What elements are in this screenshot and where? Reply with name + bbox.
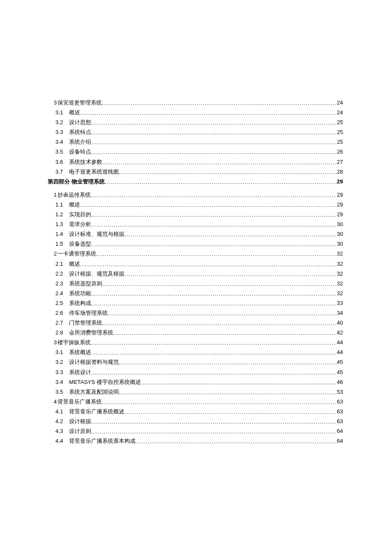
toc-leader: [91, 150, 336, 155]
toc-title: 设计根据、规范及根据: [63, 271, 124, 276]
toc-number: 2.5: [55, 300, 63, 306]
toc-leader: [102, 160, 336, 165]
toc-number: 4.4: [55, 438, 63, 444]
toc-leader: [113, 331, 336, 336]
toc-title: 系统构成: [63, 300, 91, 306]
toc-title: 背景音乐广播系统基本构成: [63, 438, 135, 444]
toc-leader: [91, 419, 336, 424]
toc-leader: [102, 101, 336, 106]
toc-page: 63: [336, 409, 343, 414]
toc-title: 需求分析: [63, 221, 91, 227]
toc-leader: [135, 439, 336, 444]
toc-page: 42: [336, 330, 343, 335]
toc-number: 4: [54, 399, 57, 404]
toc-page: 32: [336, 271, 343, 276]
toc-title: 抄表远传系统: [57, 192, 91, 198]
toc-page: 45: [336, 369, 343, 375]
toc-entry: 3.3系统设计45: [48, 369, 343, 375]
toc-title: 系统特点: [63, 129, 91, 135]
toc-number: 3.2: [55, 119, 63, 125]
toc-entry: 4背景音乐广播系统63: [48, 399, 343, 404]
toc-page: 32: [336, 261, 343, 267]
toc-title: 系统选型原则: [63, 281, 102, 286]
toc-entry: 3.7电子巡更系统巡线图28: [48, 169, 343, 174]
toc-entry: 3.6系统技术参数27: [48, 159, 343, 165]
toc-title: 概述: [63, 261, 80, 267]
toc-number: 3: [54, 340, 57, 345]
toc-title: METASYS 楼宇自控系统概述: [63, 379, 141, 385]
toc-number: 3.5: [55, 149, 63, 154]
toc-page: 24: [336, 110, 343, 115]
toc-page: 30: [336, 221, 343, 227]
toc-entry: 2.3系统选型原则32: [48, 281, 343, 286]
toc-entry: 第四部分 物业管理系统29: [48, 179, 343, 184]
toc-leader: [80, 262, 336, 267]
toc-number: 1.5: [55, 241, 63, 247]
toc-title: 背景音乐广播系统概述: [63, 409, 124, 414]
toc-leader: [119, 390, 336, 395]
toc-leader: [91, 429, 336, 434]
toc-number: 3: [54, 100, 57, 105]
toc-title: 系统功能: [63, 291, 91, 296]
toc-entry: 1.2实现目的29: [48, 212, 343, 217]
toc-page: 45: [336, 359, 343, 365]
toc-number: 1.1: [55, 202, 63, 207]
toc-number: 1.4: [55, 231, 63, 237]
toc-page: 29: [336, 192, 343, 198]
toc-leader: [124, 410, 336, 415]
toc-number: 3.4: [55, 379, 63, 385]
toc-title: 设备特点: [63, 149, 91, 154]
toc-page: 30: [336, 231, 343, 237]
toc-leader: [80, 110, 336, 116]
toc-number: 1.2: [55, 212, 63, 217]
toc-entry: 2.1概述32: [48, 261, 343, 267]
toc-title: 设计原则: [63, 428, 91, 434]
toc-number: 4.3: [55, 428, 63, 434]
toc-title: 背景音乐广播系统: [57, 399, 102, 404]
table-of-contents: 3保安巡更管理系统243.1概述243.2设计思想253.3系统特点253.4系…: [48, 100, 343, 444]
toc-page: 44: [336, 340, 343, 345]
toc-number: 4.1: [55, 409, 63, 414]
toc-leader: [91, 242, 336, 247]
toc-entry: 3.5系统方案及配国说明53: [48, 389, 343, 395]
toc-leader: [91, 222, 336, 227]
toc-entry: 2.5系统构成33: [48, 300, 343, 306]
toc-leader: [102, 400, 336, 405]
toc-title: 设计根据: [63, 418, 91, 424]
toc-number: 2.8: [55, 330, 63, 335]
toc-number: 3.6: [55, 159, 63, 165]
toc-page: 27: [336, 159, 343, 165]
toc-entry: 1.4设计标准、规范与根据30: [48, 231, 343, 237]
toc-page: 25: [336, 139, 343, 145]
toc-leader: [105, 180, 336, 185]
toc-entry: 1.3需求分析30: [48, 221, 343, 227]
toc-title: 停车场管理系统: [63, 310, 108, 316]
toc-title: 系统介绍: [63, 139, 91, 145]
toc-number: 2.3: [55, 281, 63, 286]
toc-page: 28: [336, 169, 343, 174]
toc-leader: [91, 212, 336, 218]
toc-number: 3.5: [55, 389, 63, 395]
toc-page: 32: [336, 281, 343, 286]
toc-title: 系统设计: [63, 369, 91, 375]
toc-entry: 3.5设备特点26: [48, 149, 343, 154]
toc-number: 2.4: [55, 291, 63, 296]
toc-title: 设备选型: [63, 241, 91, 247]
toc-entry: 4.4背景音乐广播系统基本构成64: [48, 438, 343, 444]
toc-entry: 4.2设计根据63: [48, 418, 343, 424]
toc-title: 概述: [63, 110, 80, 115]
toc-page: 32: [336, 251, 343, 256]
toc-number: 1: [54, 192, 57, 198]
toc-page: 26: [336, 149, 343, 154]
toc-page: 29: [336, 202, 343, 207]
toc-title: 概述: [63, 202, 80, 207]
toc-leader: [91, 120, 336, 125]
toc-leader: [119, 170, 336, 175]
toc-title: 实现目的: [63, 212, 91, 217]
toc-entry: 2一卡通管理系统32: [48, 251, 343, 256]
toc-entry: 3保安巡更管理系统24: [48, 100, 343, 105]
toc-title: 系统概述: [63, 349, 91, 355]
toc-entry: 2.2设计根据、规范及根据32: [48, 271, 343, 276]
toc-page: 25: [336, 129, 343, 135]
toc-number: 3.3: [55, 369, 63, 375]
